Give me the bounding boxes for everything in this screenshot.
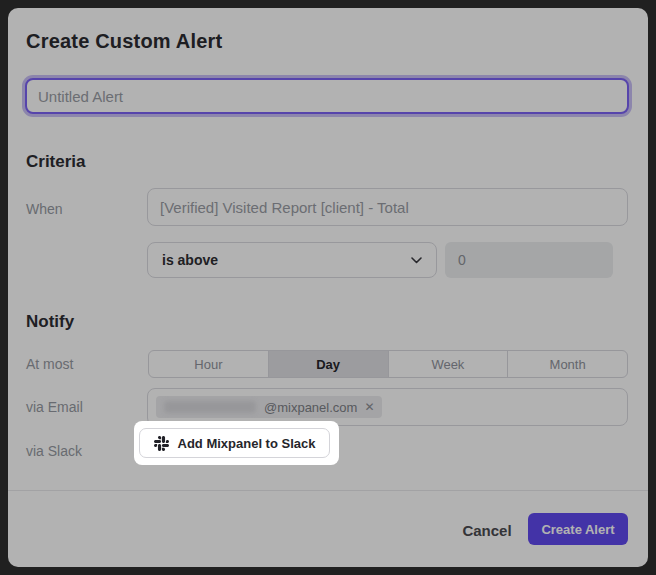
- frequency-option-week[interactable]: Week: [388, 351, 508, 377]
- frequency-segmented-control: Hour Day Week Month: [148, 350, 628, 378]
- email-chip: @mixpanel.com ✕: [156, 396, 382, 418]
- chevron-down-icon: [411, 257, 422, 264]
- frequency-option-hour[interactable]: Hour: [149, 351, 268, 377]
- create-custom-alert-dialog: Create Custom Alert Criteria When is abo…: [8, 8, 648, 567]
- event-input[interactable]: [147, 188, 628, 226]
- condition-dropdown-value: is above: [162, 252, 218, 268]
- at-most-label: At most: [26, 356, 73, 372]
- email-domain-text: @mixpanel.com: [264, 400, 357, 415]
- frequency-option-day[interactable]: Day: [268, 351, 388, 377]
- threshold-input[interactable]: [445, 242, 613, 278]
- condition-dropdown[interactable]: is above: [147, 242, 437, 278]
- email-redacted-name: [164, 401, 256, 413]
- via-slack-label: via Slack: [26, 443, 82, 459]
- remove-email-icon[interactable]: ✕: [364, 401, 374, 413]
- slack-logo-icon: [154, 436, 169, 451]
- criteria-heading: Criteria: [26, 152, 86, 172]
- slack-button-label: Add Mixpanel to Slack: [178, 436, 316, 451]
- frequency-option-month[interactable]: Month: [507, 351, 627, 377]
- create-alert-button[interactable]: Create Alert: [528, 513, 628, 545]
- dialog-title: Create Custom Alert: [26, 30, 222, 53]
- alert-name-input[interactable]: [25, 78, 629, 114]
- footer-divider: [8, 490, 648, 491]
- cancel-button[interactable]: Cancel: [456, 518, 518, 542]
- slack-spotlight: Add Mixpanel to Slack: [134, 421, 339, 465]
- notify-heading: Notify: [26, 312, 74, 332]
- via-email-label: via Email: [26, 399, 83, 415]
- add-mixpanel-to-slack-button[interactable]: Add Mixpanel to Slack: [139, 428, 330, 458]
- when-label: When: [26, 201, 63, 217]
